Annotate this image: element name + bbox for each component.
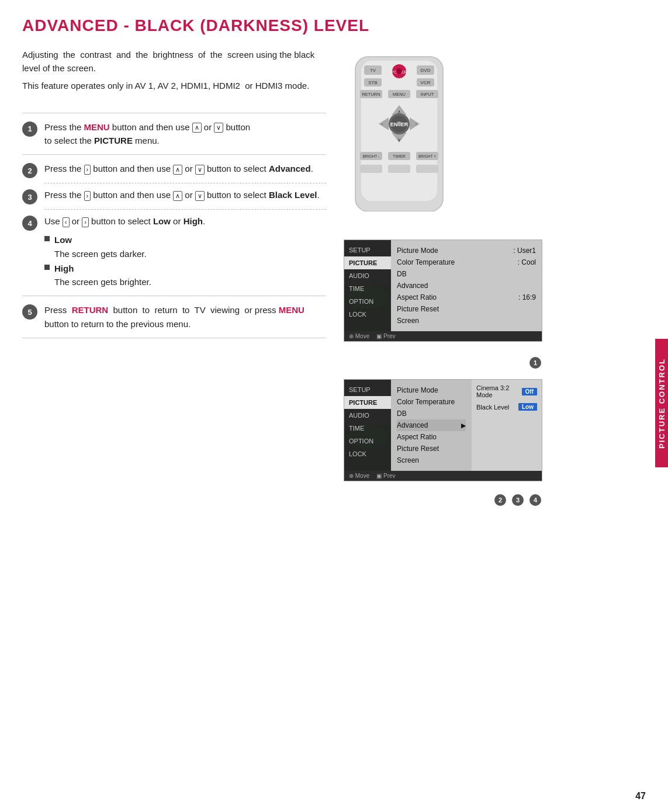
side-tab: PICTURE CONTROL bbox=[655, 339, 668, 467]
svg-text:STB: STB bbox=[368, 80, 378, 85]
step-2-circle: 2 bbox=[22, 163, 37, 178]
svg-text:‹: ‹ bbox=[382, 122, 383, 127]
svg-rect-37 bbox=[360, 165, 382, 173]
submenu-cinema: Cinema 3:2 Mode Off bbox=[476, 383, 537, 400]
step-2-text: Press the › button and then use ∧ or ∨ b… bbox=[44, 162, 313, 175]
remote-container: TV POWER DVD STB VCR RETURN MENU bbox=[344, 54, 455, 211]
tv-menu-2: SETUP PICTURE AUDIO TIME OPTION LOCK Pic… bbox=[344, 379, 542, 481]
badge-row-1: 1 bbox=[344, 357, 542, 369]
side-tab-label: PICTURE CONTROL bbox=[657, 358, 666, 449]
step-2: 2 Press the › button and then use ∧ or ∨… bbox=[22, 162, 326, 178]
sidebar-item-picture-1: PICTURE bbox=[344, 256, 391, 269]
step-badge-1: 1 bbox=[529, 357, 541, 369]
step-5: 5 Press RETURN button to return to TV vi… bbox=[22, 303, 326, 331]
bullet-low-text: LowThe screen gets darker. bbox=[54, 233, 147, 261]
tv-submenu-panel: Cinema 3:2 Mode Off Black Level Low bbox=[472, 380, 542, 471]
left-column: Adjusting the contrast and the brightnes… bbox=[22, 48, 326, 506]
tv-menu-2-main: Picture Mode Color Temperature DB Advanc… bbox=[391, 380, 472, 471]
menu2-row-screen: Screen bbox=[397, 454, 466, 466]
sidebar-item-time-2: TIME bbox=[344, 422, 391, 435]
step-4-text: Use ‹ or › button to select Low or High. bbox=[44, 214, 205, 228]
dotted-2 bbox=[44, 209, 326, 210]
menu2-row-aspect-ratio: Aspect Ratio bbox=[397, 431, 466, 443]
divider-3 bbox=[22, 338, 326, 338]
step-badge-3: 3 bbox=[512, 494, 524, 506]
bullet-square-2 bbox=[44, 265, 50, 270]
menu-row-advanced: Advanced bbox=[397, 280, 536, 292]
svg-text:INPUT: INPUT bbox=[421, 92, 434, 97]
submenu-black-level: Black Level Low bbox=[476, 402, 537, 412]
divider-2 bbox=[22, 296, 326, 296]
sidebar-item-time-1: TIME bbox=[344, 282, 391, 295]
tv-menu-1-main: Picture Mode : User1 Color Temperature :… bbox=[391, 240, 542, 331]
step-5-circle: 5 bbox=[22, 304, 37, 320]
page-title: ADVANCED - BLACK (DARKNESS) LEVEL bbox=[22, 16, 621, 35]
badge-row-2: 2 3 4 bbox=[344, 494, 542, 506]
step-badge-4: 4 bbox=[529, 494, 541, 506]
sidebar-item-lock-2: LOCK bbox=[344, 447, 391, 460]
svg-text:BRIGHT -: BRIGHT - bbox=[363, 154, 379, 158]
menu-row-db: DB bbox=[397, 268, 536, 280]
menu2-row-db: DB bbox=[397, 408, 466, 419]
svg-point-6 bbox=[396, 68, 402, 74]
sidebar-item-lock-1: LOCK bbox=[344, 308, 391, 321]
step-badge-2: 2 bbox=[494, 494, 506, 506]
step-1: 1 Press the MENU button and then use ∧ o… bbox=[22, 120, 326, 148]
tv-menu-2-sidebar-items: SETUP PICTURE AUDIO TIME OPTION LOCK bbox=[344, 383, 391, 467]
sidebar-item-option-2: OPTION bbox=[344, 435, 391, 447]
step-3: 3 Press the › button and then use ∧ or ∨… bbox=[22, 188, 326, 204]
tv-menu-1: SETUP PICTURE AUDIO TIME OPTION LOCK Pic… bbox=[344, 240, 542, 342]
step-4: 4 Use ‹ or › button to select Low or Hig… bbox=[22, 214, 326, 231]
divider-1 bbox=[22, 154, 326, 155]
tv-menu-2-sidebar: SETUP PICTURE AUDIO TIME OPTION LOCK bbox=[344, 380, 391, 471]
svg-rect-38 bbox=[388, 165, 410, 173]
tv-menu-1-bottom: ⊕ Move ▣ Prev bbox=[344, 331, 542, 341]
svg-text:∨: ∨ bbox=[397, 137, 401, 143]
menu-row-picture-reset: Picture Reset bbox=[397, 303, 536, 315]
step-3-circle: 3 bbox=[22, 189, 37, 204]
menu2-row-color-temp: Color Temperature bbox=[397, 396, 466, 408]
step-1-circle: 1 bbox=[22, 122, 37, 137]
page-number: 47 bbox=[635, 791, 646, 801]
menu-row-picture-mode: Picture Mode : User1 bbox=[397, 245, 536, 256]
step-3-text: Press the › button and then use ∧ or ∨ b… bbox=[44, 188, 320, 202]
intro-line2: This feature operates only in AV 1, AV 2… bbox=[22, 79, 326, 92]
tv-menu-2-bottom: ⊕ Move ▣ Prev bbox=[344, 471, 542, 481]
bullet-low: LowThe screen gets darker. bbox=[44, 233, 326, 261]
bullet-section: LowThe screen gets darker. HighThe scree… bbox=[44, 233, 326, 289]
remote-svg: TV POWER DVD STB VCR RETURN MENU bbox=[344, 54, 455, 211]
tv-menu-1-sidebar-items: SETUP PICTURE AUDIO TIME OPTION LOCK bbox=[344, 244, 391, 328]
menu-row-color-temp: Color Temperature : Cool bbox=[397, 256, 536, 268]
svg-text:DVD: DVD bbox=[421, 68, 431, 73]
divider-top bbox=[22, 113, 326, 113]
sidebar-item-audio-2: AUDIO bbox=[344, 409, 391, 422]
right-column: TV POWER DVD STB VCR RETURN MENU bbox=[344, 48, 621, 506]
sidebar-item-option-1: OPTION bbox=[344, 295, 391, 308]
svg-rect-39 bbox=[416, 165, 438, 173]
bullet-square-1 bbox=[44, 236, 50, 241]
svg-text:TV: TV bbox=[370, 68, 376, 73]
svg-text:MENU: MENU bbox=[393, 92, 406, 97]
step-4-circle: 4 bbox=[22, 216, 37, 231]
step-5-text: Press RETURN button to return to TV view… bbox=[44, 303, 326, 331]
tv-menu-1-sidebar: SETUP PICTURE AUDIO TIME OPTION LOCK bbox=[344, 240, 391, 331]
svg-text:TIMER: TIMER bbox=[393, 154, 406, 158]
sidebar-item-audio-1: AUDIO bbox=[344, 269, 391, 282]
svg-text:›: › bbox=[416, 122, 417, 127]
menu2-row-picture-reset: Picture Reset bbox=[397, 443, 466, 454]
svg-point-30 bbox=[397, 122, 402, 126]
menu-row-aspect-ratio: Aspect Ratio : 16:9 bbox=[397, 292, 536, 303]
sidebar-item-picture-2: PICTURE bbox=[344, 396, 391, 409]
menu2-row-picture-mode: Picture Mode bbox=[397, 384, 466, 396]
sidebar-item-setup-1: SETUP bbox=[344, 244, 391, 256]
main-layout: Adjusting the contrast and the brightnes… bbox=[22, 48, 621, 506]
intro-line1: Adjusting the contrast and the brightnes… bbox=[22, 48, 326, 75]
bullet-high-text: HighThe screen gets brighter. bbox=[54, 262, 151, 289]
svg-text:RETURN: RETURN bbox=[362, 92, 380, 97]
sidebar-item-setup-2: SETUP bbox=[344, 383, 391, 396]
dotted-1 bbox=[44, 183, 326, 183]
svg-text:BRIGHT +: BRIGHT + bbox=[418, 154, 436, 158]
step-1-text: Press the MENU button and then use ∧ or … bbox=[44, 120, 250, 148]
bullet-high: HighThe screen gets brighter. bbox=[44, 262, 326, 289]
svg-text:VCR: VCR bbox=[421, 80, 431, 85]
